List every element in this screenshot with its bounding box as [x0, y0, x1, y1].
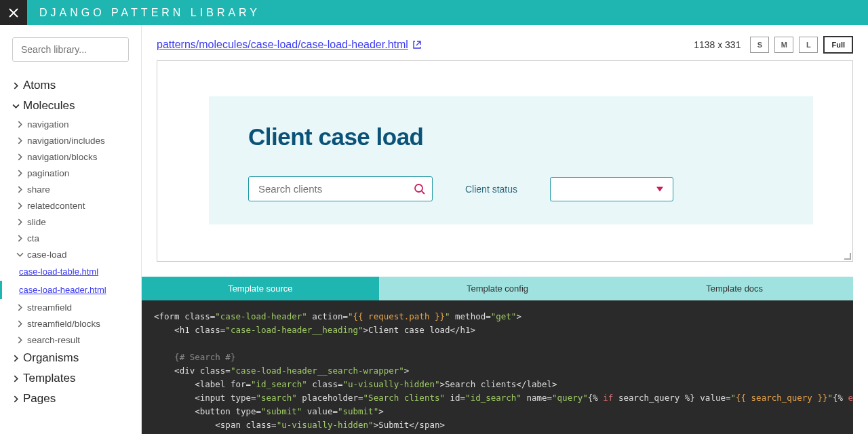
- nav-pagination[interactable]: pagination: [12, 165, 129, 181]
- size-s-button[interactable]: S: [750, 37, 769, 53]
- nav-case-load[interactable]: case-load: [12, 246, 129, 262]
- app-title: DJANGO PATTERN LIBRARY: [27, 7, 260, 19]
- nav-templates[interactable]: Templates: [12, 368, 129, 389]
- chevron-right-icon: [12, 395, 20, 403]
- nav-leaf-case-load-header[interactable]: case-load-header.html: [12, 281, 129, 299]
- close-button[interactable]: [0, 0, 27, 25]
- nav-share[interactable]: share: [12, 181, 129, 197]
- chevron-right-icon: [16, 320, 24, 328]
- resize-handle[interactable]: [843, 252, 852, 261]
- search-clients-wrapper: [248, 176, 433, 201]
- template-source-code: <form class="case-load-header" action="{…: [142, 300, 853, 434]
- size-controls: 1138 x 331 S M L Full: [694, 36, 853, 54]
- chevron-right-icon: [16, 202, 24, 210]
- chevron-right-icon: [12, 355, 20, 362]
- chevron-right-icon: [16, 137, 24, 144]
- template-path-link[interactable]: patterns/molecules/case-load/case-load-h…: [157, 39, 422, 51]
- nav-navigation[interactable]: navigation: [12, 116, 129, 132]
- size-m-button[interactable]: M: [774, 37, 793, 53]
- case-load-header: Client case load Client status: [209, 96, 813, 224]
- case-load-controls: Client status: [248, 176, 774, 201]
- client-status-label: Client status: [465, 184, 517, 195]
- nav-cta[interactable]: cta: [12, 230, 129, 246]
- chevron-right-icon: [12, 375, 20, 382]
- nav-streamfield-blocks[interactable]: streamfield/blocks: [12, 315, 129, 332]
- nav-navigation-blocks[interactable]: navigation/blocks: [12, 149, 129, 165]
- chevron-right-icon: [16, 304, 24, 311]
- close-icon: [8, 7, 19, 18]
- dimensions-label: 1138 x 331: [694, 39, 741, 50]
- nav-leaf-case-load-table[interactable]: case-load-table.html: [12, 262, 129, 281]
- client-status-select[interactable]: [550, 177, 673, 201]
- chevron-right-icon: [16, 186, 24, 193]
- nav-atoms[interactable]: Atoms: [12, 75, 129, 96]
- chevron-right-icon: [16, 153, 24, 161]
- nav-navigation-includes[interactable]: navigation/includes: [12, 132, 129, 149]
- chevron-right-icon: [12, 82, 20, 90]
- nav-slide[interactable]: slide: [12, 214, 129, 230]
- chevron-right-icon: [16, 218, 24, 226]
- nav-streamfield[interactable]: streamfield: [12, 299, 129, 315]
- nav-relatedcontent[interactable]: relatedcontent: [12, 197, 129, 214]
- chevron-right-icon: [16, 170, 24, 177]
- main-content: patterns/molecules/case-load/case-load-h…: [142, 25, 868, 434]
- nav-search-result[interactable]: search-result: [12, 332, 129, 348]
- chevron-right-icon: [16, 121, 24, 128]
- sidebar: Atoms Molecules navigation navigation/in…: [0, 25, 142, 434]
- nav-molecules[interactable]: Molecules: [12, 96, 129, 116]
- chevron-right-icon: [16, 336, 24, 344]
- chevron-right-icon: [16, 235, 24, 242]
- svg-point-0: [415, 184, 422, 192]
- tab-template-config[interactable]: Template config: [379, 277, 616, 300]
- size-full-button[interactable]: Full: [823, 36, 853, 54]
- search-input[interactable]: [12, 37, 129, 62]
- nav-organisms[interactable]: Organisms: [12, 348, 129, 368]
- search-icon[interactable]: [414, 183, 426, 195]
- chevron-down-icon: [12, 102, 20, 110]
- external-link-icon: [412, 40, 422, 50]
- top-bar: DJANGO PATTERN LIBRARY: [0, 0, 868, 25]
- case-load-title: Client case load: [248, 123, 774, 151]
- chevron-down-icon: [16, 251, 24, 258]
- tabs: Template source Template config Template…: [142, 277, 853, 300]
- search-clients-input[interactable]: [248, 176, 433, 201]
- tab-template-source[interactable]: Template source: [142, 277, 379, 300]
- size-l-button[interactable]: L: [799, 37, 818, 53]
- nav-pages[interactable]: Pages: [12, 389, 129, 409]
- tab-template-docs[interactable]: Template docs: [616, 277, 853, 300]
- preview-frame: Client case load Client status: [157, 60, 853, 262]
